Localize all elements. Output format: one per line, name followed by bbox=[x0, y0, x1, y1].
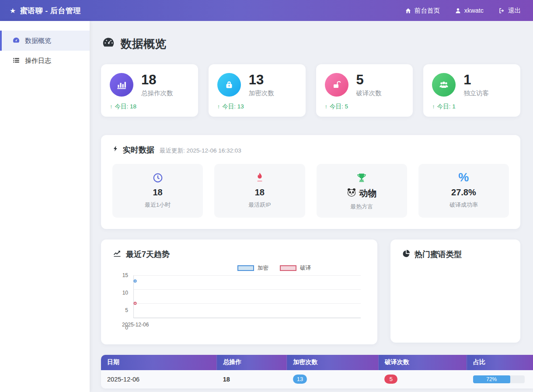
sidebar-item-label: 操作日志 bbox=[25, 57, 51, 65]
stat-label: 独立访客 bbox=[463, 89, 489, 97]
chart-legend: 加密 破译 bbox=[182, 264, 366, 272]
sidebar-item-label: 数据概览 bbox=[25, 37, 51, 45]
nav-user-link[interactable]: xkwatc bbox=[455, 7, 484, 14]
stat-value: 5 bbox=[356, 72, 382, 88]
percent-icon: % bbox=[423, 172, 505, 184]
lock-icon bbox=[217, 73, 241, 97]
cell-encrypt: 13 bbox=[287, 370, 378, 389]
col-header-date: 日期 bbox=[101, 355, 217, 370]
pie-chart-card: 热门蜜语类型 bbox=[390, 239, 520, 343]
stat-card-total-ops: 18 总操作次数 ↑ 今日: 18 bbox=[101, 64, 198, 117]
cell-ratio: 72% bbox=[467, 370, 533, 389]
list-icon bbox=[12, 56, 20, 66]
stat-value: 13 bbox=[249, 72, 274, 88]
cell-total: 18 bbox=[217, 370, 287, 389]
pie-icon bbox=[402, 249, 411, 260]
nav-frontend-home-link[interactable]: 前台首页 bbox=[405, 7, 440, 15]
stats-row: 18 总操作次数 ↑ 今日: 18 13 加密次数 bbox=[101, 64, 520, 117]
layout: 数据概览 操作日志 数据概览 18 总操作次数 bbox=[0, 21, 533, 392]
stat-card-encrypts: 13 加密次数 ↑ 今日: 13 bbox=[209, 64, 306, 117]
nav-link-label: xkwatc bbox=[464, 7, 484, 14]
page-title-text: 数据概览 bbox=[121, 36, 166, 52]
brand-title: 蜜语聊 - 后台管理 bbox=[20, 6, 81, 16]
trophy-icon bbox=[321, 172, 403, 184]
y-tick: 15 bbox=[122, 272, 128, 278]
page-title: 数据概览 bbox=[102, 36, 520, 52]
top-navbar: ★ 蜜语聊 - 后台管理 前台首页 xkwatc 退出 bbox=[0, 0, 533, 21]
star-icon: ★ bbox=[10, 7, 16, 15]
main-content: 数据概览 18 总操作次数 ↑ 今日: 18 bbox=[90, 21, 533, 392]
stat-card-visitors: 1 独立访客 ↑ 今日: 1 bbox=[423, 64, 520, 117]
up-arrow-icon: ↑ bbox=[432, 103, 435, 110]
gauge-icon bbox=[12, 36, 20, 45]
cell-date: 2025-12-06 bbox=[101, 370, 217, 389]
stat-label: 总操作次数 bbox=[141, 89, 173, 97]
col-header-decrypt: 破译次数 bbox=[378, 355, 467, 370]
table-header-row: 日期 总操作 加密次数 破译次数 占比 bbox=[101, 355, 533, 370]
tile-label: 破译成功率 bbox=[423, 201, 505, 209]
realtime-title: 实时数据 bbox=[112, 145, 154, 155]
stat-label: 加密次数 bbox=[249, 89, 274, 97]
stat-card-decrypts: 5 破译次数 ↑ 今日: 5 bbox=[316, 64, 413, 117]
bolt-icon bbox=[112, 145, 119, 155]
logout-icon bbox=[498, 7, 505, 14]
chart-line-icon bbox=[112, 249, 122, 260]
charts-row: 最近7天趋势 加密 破译 15 10 5 bbox=[101, 239, 520, 344]
realtime-tile-top-dialect: 动物 最热方言 bbox=[317, 164, 407, 218]
y-tick: 0 bbox=[125, 325, 128, 331]
unlock-icon bbox=[325, 73, 348, 97]
nav-logout-link[interactable]: 退出 bbox=[498, 7, 521, 15]
y-tick: 5 bbox=[125, 307, 128, 313]
realtime-tile-last-hour: 18 最近1小时 bbox=[112, 164, 203, 218]
stat-today: ↑ 今日: 13 bbox=[217, 103, 297, 111]
users-icon bbox=[432, 73, 456, 97]
bar-chart-icon bbox=[110, 73, 133, 97]
sidebar-item-logs[interactable]: 操作日志 bbox=[0, 51, 90, 71]
nav-link-label: 退出 bbox=[508, 7, 521, 15]
trend-plot: 15 10 5 0 2025-12-06 bbox=[118, 275, 366, 328]
stat-value: 1 bbox=[463, 72, 489, 88]
trend-plot-area bbox=[133, 275, 361, 318]
legend-item-decrypt[interactable]: 破译 bbox=[280, 264, 311, 272]
tile-label: 最活跃IP bbox=[219, 201, 300, 209]
legend-item-encrypt[interactable]: 加密 bbox=[237, 264, 268, 272]
ratio-progress-track: 72% bbox=[473, 375, 525, 383]
brand: ★ 蜜语聊 - 后台管理 bbox=[10, 6, 81, 16]
sidebar-item-overview[interactable]: 数据概览 bbox=[0, 31, 90, 51]
stat-today: ↑ 今日: 5 bbox=[325, 103, 404, 111]
realtime-card: 实时数据 最近更新: 2025-12-06 16:32:03 18 最近1小时 bbox=[101, 135, 520, 229]
up-arrow-icon: ↑ bbox=[110, 103, 113, 110]
realtime-tiles: 18 最近1小时 18 最活跃IP 动物 bbox=[112, 164, 509, 218]
encrypt-badge: 13 bbox=[293, 375, 307, 384]
col-header-ratio: 占比 bbox=[467, 355, 533, 370]
clock-icon bbox=[117, 172, 199, 184]
pie-title: 热门蜜语类型 bbox=[402, 249, 509, 260]
chart-point bbox=[134, 279, 137, 282]
up-arrow-icon: ↑ bbox=[217, 103, 220, 110]
tile-value: 18 bbox=[219, 187, 300, 198]
y-axis-labels: 15 10 5 0 bbox=[118, 275, 131, 328]
x-axis-label: 2025-12-06 bbox=[122, 322, 366, 328]
home-icon bbox=[405, 7, 411, 14]
tile-label: 最近1小时 bbox=[117, 201, 199, 209]
stat-today: ↑ 今日: 18 bbox=[110, 103, 189, 111]
tile-label: 最热方言 bbox=[321, 203, 403, 211]
realtime-updated: 最近更新: 2025-12-06 16:32:03 bbox=[160, 147, 241, 155]
chart-point bbox=[134, 302, 137, 305]
nav-link-label: 前台首页 bbox=[415, 7, 440, 15]
sidebar: 数据概览 操作日志 bbox=[0, 21, 90, 392]
legend-label: 加密 bbox=[258, 264, 268, 272]
cell-decrypt: 5 bbox=[378, 370, 467, 389]
daily-stats-table: 日期 总操作 加密次数 破译次数 占比 2025-12-06 18 13 bbox=[101, 355, 533, 389]
legend-label: 破译 bbox=[300, 264, 311, 272]
realtime-tile-active-ip: 18 最活跃IP bbox=[214, 164, 305, 218]
tile-value: 动物 bbox=[359, 187, 376, 199]
tile-value-with-icon: 动物 bbox=[321, 187, 403, 199]
table-row: 2025-12-06 18 13 5 72% bbox=[101, 370, 533, 389]
stat-label: 破译次数 bbox=[356, 89, 382, 97]
ratio-progress-fill: 72% bbox=[473, 375, 510, 383]
tile-value: 27.8% bbox=[423, 187, 505, 198]
up-arrow-icon: ↑ bbox=[325, 103, 328, 110]
col-header-total: 总操作 bbox=[217, 355, 287, 370]
col-header-encrypt: 加密次数 bbox=[287, 355, 378, 370]
